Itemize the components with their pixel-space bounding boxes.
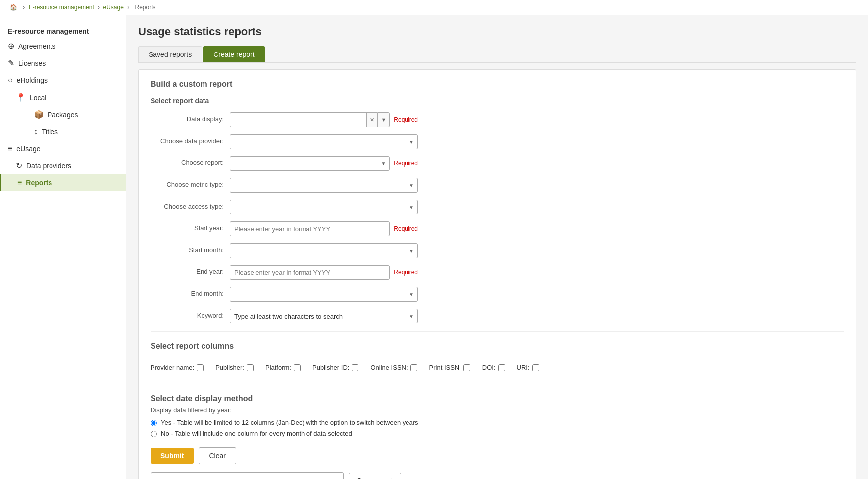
report-name-input[interactable] <box>151 472 344 479</box>
col-publisher-id-label: Publisher ID: <box>312 364 349 371</box>
submit-button[interactable]: Submit <box>151 448 194 464</box>
data-display-input[interactable]: By month <box>230 112 366 127</box>
end-year-input[interactable] <box>230 265 390 280</box>
data-display-required: Required <box>394 116 418 123</box>
sidebar-item-label: Licenses <box>18 59 46 67</box>
sidebar-item-label: Local <box>30 94 46 102</box>
radio-no-label: No - Table will include one column for e… <box>161 430 352 437</box>
end-year-required: Required <box>394 269 418 276</box>
start-year-required: Required <box>394 225 418 232</box>
col-publisher-id-checkbox[interactable] <box>352 364 358 371</box>
access-type-label: Choose access type: <box>151 200 230 210</box>
packages-icon: 📦 <box>34 110 44 119</box>
sidebar-item-data-providers[interactable]: ↻ Data providers <box>0 157 126 174</box>
sidebar: E-resource management ⊕ Agreements ✎ Lic… <box>0 15 126 479</box>
sidebar-item-reports[interactable]: ≡ Reports <box>0 174 126 191</box>
sidebar-item-label: Titles <box>42 128 58 136</box>
tabs: Saved reports Create report <box>138 46 856 63</box>
agreements-icon: ⊕ <box>8 41 14 51</box>
sidebar-item-eusage[interactable]: ≡ eUsage <box>0 140 126 157</box>
data-provider-label: Choose data provider: <box>151 134 230 145</box>
local-icon: 📍 <box>16 93 26 102</box>
start-year-input[interactable] <box>230 221 390 236</box>
col-provider-name: Provider name: <box>151 364 204 371</box>
date-method-title: Select date display method <box>151 394 844 403</box>
sidebar-item-titles[interactable]: ↕ Titles <box>26 123 126 140</box>
end-year-row: End year: Required <box>151 265 844 280</box>
sidebar-item-label: Packages <box>48 111 78 119</box>
col-platform-label: Platform: <box>265 364 291 371</box>
col-publisher-id: Publisher ID: <box>312 364 358 371</box>
col-print-issn-checkbox[interactable] <box>463 364 470 371</box>
data-provider-select[interactable] <box>230 134 418 149</box>
sidebar-section-title: E-resource management <box>0 23 126 37</box>
date-method-section: Select date display method Display data … <box>151 394 844 437</box>
end-month-row: End month: <box>151 287 844 302</box>
col-online-issn: Online ISSN: <box>370 364 417 371</box>
access-type-row: Choose access type: <box>151 200 844 214</box>
clear-button[interactable]: Clear <box>199 447 236 464</box>
licenses-icon: ✎ <box>8 58 14 68</box>
save-report-button[interactable]: Save report <box>349 473 401 479</box>
col-uri-label: URI: <box>517 364 530 371</box>
col-online-issn-label: Online ISSN: <box>370 364 408 371</box>
main-content: Usage statistics reports Saved reports C… <box>126 15 868 479</box>
sidebar-item-label: Data providers <box>26 162 71 170</box>
col-publisher-label: Publisher: <box>215 364 244 371</box>
choose-report-label: Choose report: <box>151 156 230 166</box>
end-month-select[interactable] <box>230 287 418 302</box>
col-provider-name-checkbox[interactable] <box>197 364 204 371</box>
tab-saved-reports[interactable]: Saved reports <box>138 46 202 62</box>
home-icon: 🏠 <box>10 4 17 11</box>
radio-no[interactable] <box>151 431 157 437</box>
metric-type-select[interactable] <box>230 178 418 193</box>
end-year-label: End year: <box>151 265 230 275</box>
metric-type-row: Choose metric type: <box>151 178 844 193</box>
col-uri: URI: <box>517 364 539 371</box>
filter-label: Display data filtered by year: <box>151 406 844 414</box>
data-display-row: Data display: By month ✕ ▼ Required <box>151 112 844 127</box>
sidebar-item-local[interactable]: 📍 Local <box>0 89 126 106</box>
radio-yes[interactable] <box>151 420 157 426</box>
col-provider-name-label: Provider name: <box>151 364 194 371</box>
start-month-select[interactable] <box>230 243 418 258</box>
col-platform: Platform: <box>265 364 301 371</box>
titles-icon: ↕ <box>34 127 38 136</box>
build-title: Build a custom report <box>151 80 844 89</box>
choose-report-required: Required <box>394 160 418 167</box>
breadcrumb-eresource[interactable]: E-resource management <box>29 4 94 11</box>
access-type-select[interactable] <box>230 200 418 214</box>
keyword-select[interactable]: Type at least two characters to search <box>230 309 418 323</box>
col-platform-checkbox[interactable] <box>294 364 301 371</box>
col-uri-checkbox[interactable] <box>532 364 539 371</box>
divider-1 <box>151 331 844 332</box>
metric-type-label: Choose metric type: <box>151 178 230 188</box>
divider-2 <box>151 384 844 384</box>
col-doi-checkbox[interactable] <box>498 364 505 371</box>
columns-section: Select report columns Provider name: Pub… <box>151 342 844 376</box>
col-online-issn-checkbox[interactable] <box>410 364 417 371</box>
data-display-clear-btn[interactable]: ✕ <box>366 112 377 127</box>
sidebar-item-licenses[interactable]: ✎ Licenses <box>0 54 126 72</box>
select-data-title: Select report data <box>151 97 844 105</box>
col-print-issn: Print ISSN: <box>429 364 470 371</box>
col-doi: DOI: <box>482 364 505 371</box>
sidebar-item-agreements[interactable]: ⊕ Agreements <box>0 37 126 54</box>
start-month-row: Start month: <box>151 243 844 258</box>
data-display-arrow-btn[interactable]: ▼ <box>377 112 390 127</box>
col-print-issn-label: Print ISSN: <box>429 364 461 371</box>
sidebar-item-packages[interactable]: 📦 Packages <box>26 106 126 123</box>
columns-title: Select report columns <box>151 342 844 351</box>
columns-row: Provider name: Publisher: Platform: <box>151 359 844 376</box>
tab-create-report[interactable]: Create report <box>203 46 264 62</box>
sidebar-item-label: eHoldings <box>17 76 48 84</box>
breadcrumb-separator3: › <box>127 4 131 11</box>
page-title: Usage statistics reports <box>138 25 856 38</box>
breadcrumb-separator: › <box>23 4 26 11</box>
col-publisher-checkbox[interactable] <box>247 364 254 371</box>
sidebar-item-eholdings[interactable]: ○ eHoldings <box>0 72 126 89</box>
choose-report-select[interactable] <box>230 156 390 171</box>
start-year-label: Start year: <box>151 221 230 232</box>
sidebar-item-label: Reports <box>26 179 52 187</box>
breadcrumb-eusage[interactable]: eUsage <box>103 4 123 11</box>
